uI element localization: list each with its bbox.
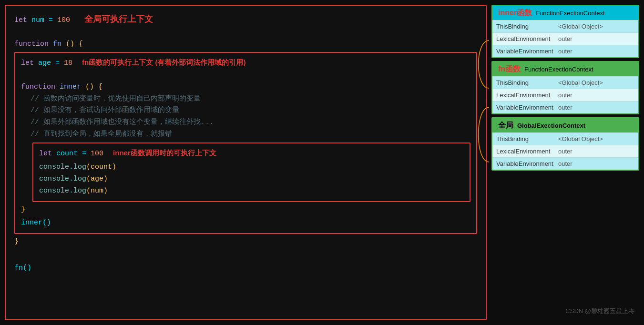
inner-row-3: VariableEnvironment outer xyxy=(492,45,638,57)
fn-key-2: LexicalEnvironment xyxy=(496,91,558,99)
card-fn-chinese: fn函数 xyxy=(496,63,522,75)
inner-key-2: LexicalEnvironment xyxy=(496,35,558,42)
inner-call: inner() xyxy=(21,217,470,229)
fn-key-1: ThisBinding xyxy=(496,79,558,86)
fn-val-3: outer xyxy=(558,104,572,111)
fn-val-2: outer xyxy=(558,91,572,99)
card-inner-english: FunctionExectionContext xyxy=(534,9,634,18)
method-log-2: log xyxy=(73,175,86,183)
paren-inner: () xyxy=(85,83,94,91)
annotation-fn: fn函数的可执行上下文 (有着外部词法作用域的引用) xyxy=(82,57,245,69)
kw-function-fn: function xyxy=(14,40,49,48)
card-global-english: GlobalExectionContext xyxy=(515,121,634,130)
annotation-global: 全局可执行上下文 xyxy=(84,12,153,27)
global-key-1: ThisBinding xyxy=(496,135,558,142)
fn-key-3: VariableEnvironment xyxy=(496,104,558,111)
fn-row-3: VariableEnvironment outer xyxy=(492,101,638,113)
card-fn-english: FunctionExectionContext xyxy=(522,65,634,74)
card-global-chinese: 全局 xyxy=(496,120,515,132)
line-fn-decl: function fn () { xyxy=(14,39,477,51)
brace-inner-open: { xyxy=(98,83,102,91)
card-inner-chinese: inner函数 xyxy=(496,7,534,19)
comment-4: // 直到找到全局，如果全局都没有，就报错 xyxy=(31,129,470,141)
method-console-2: console xyxy=(39,175,69,183)
kw-let-count: let xyxy=(39,150,52,158)
global-val-2: outer xyxy=(558,148,572,155)
fn-val-1: <Global Object> xyxy=(558,79,603,86)
card-fn: fn函数 FunctionExectionContext ThisBinding… xyxy=(491,61,639,114)
right-panel: inner函数 FunctionExectionContext ThisBind… xyxy=(491,5,639,320)
method-console: console xyxy=(39,163,69,171)
code-panel: let num = 100 全局可执行上下文 function fn () { … xyxy=(5,5,487,320)
brace-fn-open: { xyxy=(79,40,83,48)
global-key-3: VariableEnvironment xyxy=(496,160,558,167)
fn-box: let age = 18 fn函数的可执行上下文 (有着外部词法作用域的引用) … xyxy=(14,52,477,234)
paren-log-1: (count) xyxy=(86,163,116,171)
global-row-1: ThisBinding <Global Object> xyxy=(492,132,638,145)
global-key-2: LexicalEnvironment xyxy=(496,148,558,155)
inner-val-1: <Global Object> xyxy=(558,23,603,30)
inner-key-1: ThisBinding xyxy=(496,23,558,30)
inner-row-1: ThisBinding <Global Object> xyxy=(492,20,638,32)
method-log-3: log xyxy=(73,187,86,195)
watermark: CSDN @碧桂园五星上将 xyxy=(565,307,634,315)
brace-fn-close: } xyxy=(14,236,477,248)
inner-val-2: outer xyxy=(558,35,572,42)
inner-box: let count = 100 inner函数调用时的可执行上下文 consol… xyxy=(32,142,470,202)
kw-let-age: let xyxy=(21,59,34,67)
kw-function-inner: function xyxy=(21,83,55,91)
global-row-3: VariableEnvironment outer xyxy=(492,157,638,170)
var-num: num xyxy=(31,16,44,24)
annotation-inner: inner函数调用时的可执行上下文 xyxy=(113,147,216,159)
fn-row-1: ThisBinding <Global Object> xyxy=(492,76,638,89)
line-console-num: console.log(num) xyxy=(39,185,464,197)
inner-key-3: VariableEnvironment xyxy=(496,48,558,55)
comment-2: // 如果没有，尝试访问外部函数作用域的变量 xyxy=(31,105,470,117)
fn-name-inner: inner xyxy=(60,83,81,91)
method-console-3: console xyxy=(39,187,69,195)
num-100: 100 xyxy=(57,16,70,24)
global-row-2: LexicalEnvironment outer → null xyxy=(492,145,638,157)
card-global: 全局 GlobalExectionContext ThisBinding <Gl… xyxy=(491,117,639,171)
kw-let: let xyxy=(14,16,27,24)
global-val-3: outer xyxy=(558,160,572,167)
card-inner: inner函数 FunctionExectionContext ThisBind… xyxy=(491,5,639,58)
fn-call: fn() xyxy=(14,263,477,274)
comment-3: // 如果外部函数作用域也没有这个变量，继续往外找... xyxy=(31,117,470,129)
line-console-count: console.log(count) xyxy=(39,162,464,173)
num-18: 18 xyxy=(64,59,72,67)
num-count: 100 xyxy=(91,150,103,158)
line-console-age: console.log(age) xyxy=(39,173,464,185)
card-global-header: 全局 GlobalExectionContext xyxy=(492,118,638,132)
card-fn-header: fn函数 FunctionExectionContext xyxy=(492,62,638,76)
card-inner-header: inner函数 FunctionExectionContext xyxy=(492,6,638,20)
main-container: let num = 100 全局可执行上下文 function fn () { … xyxy=(0,0,644,325)
line-inner-decl: function inner () { xyxy=(21,81,470,93)
fn-row-2: LexicalEnvironment outer xyxy=(492,89,638,101)
inner-row-2: LexicalEnvironment outer xyxy=(492,32,638,45)
method-log-1: log xyxy=(73,163,86,171)
line-age: let age = 18 fn函数的可执行上下文 (有着外部词法作用域的引用) xyxy=(21,57,470,70)
fn-name-fn: fn xyxy=(53,40,61,48)
comment-1: // 函数内访问变量时，优先使用自己内部声明的变量 xyxy=(31,93,470,105)
global-val-1: <Global Object> xyxy=(558,135,603,142)
var-age: age xyxy=(38,59,51,67)
brace-inner-close: } xyxy=(21,204,470,216)
line-inner-annotation: let count = 100 inner函数调用时的可执行上下文 xyxy=(39,147,464,160)
paren-log-3: (num) xyxy=(86,187,108,195)
inner-val-3: outer xyxy=(558,48,572,55)
paren-fn: () xyxy=(66,40,74,48)
paren-log-2: (age) xyxy=(86,175,108,183)
line-global-num: let num = 100 全局可执行上下文 xyxy=(14,12,477,27)
var-count: count xyxy=(56,150,78,158)
